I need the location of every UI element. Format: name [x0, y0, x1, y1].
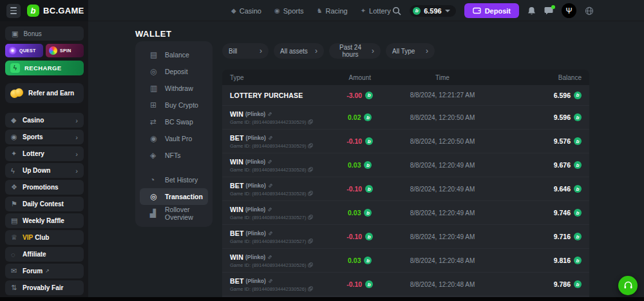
link-icon[interactable]	[267, 207, 272, 212]
hamburger-menu-icon[interactable]	[6, 4, 21, 18]
chevron-right-icon	[426, 46, 428, 55]
link-icon[interactable]	[267, 255, 272, 260]
filter-dropdown[interactable]: Past 24 hours	[329, 43, 381, 59]
wallet-nav-item[interactable]: ◎ Transaction	[140, 188, 208, 205]
table-body: LOTTERY PURCHASE -3.00	[222, 85, 589, 301]
game-id: Game ID: (8914408934442330529)	[230, 119, 306, 125]
wallet-nav-item[interactable]: ◉ Vault Pro	[140, 130, 208, 147]
wallet-nav-item[interactable]: ◎ Deposit	[140, 63, 208, 80]
copy-icon[interactable]	[308, 238, 313, 244]
wallet-nav-item[interactable]: ⊞ Buy Crypto	[140, 97, 208, 113]
refer-and-earn-card[interactable]: Refer and Earn	[5, 83, 84, 103]
sidebar-item[interactable]: ✦ Lottery ↗	[5, 146, 84, 161]
wallet-nav-label: Deposit	[165, 68, 188, 75]
bell-icon[interactable]	[527, 6, 536, 15]
support-button[interactable]	[618, 276, 638, 295]
avatar[interactable]: Ψ	[562, 3, 576, 18]
sidebar-item-label-accent: VIP	[23, 234, 33, 241]
notification-dot	[551, 5, 555, 9]
link-icon[interactable]	[268, 183, 273, 188]
transaction-time: 8/8/2024, 12:20:49 AM	[388, 186, 498, 193]
transaction-game: (Plinko)	[246, 278, 266, 284]
filter-dropdown[interactable]: Bill	[222, 43, 269, 59]
top-nav-item[interactable]: ◉ Sports	[274, 7, 304, 15]
bonus-button[interactable]: ▣ Bonus	[5, 26, 84, 41]
sidebar-nav: ◆ Casino ↗ ◉ Sports ↗ ✦ Lottery ↗	[5, 113, 84, 295]
wallet-nav-label: Withdraw	[165, 84, 193, 92]
quest-target-icon	[8, 46, 17, 55]
filter-dropdown[interactable]: All Type	[386, 43, 435, 59]
copy-icon[interactable]	[308, 286, 313, 291]
wallet-nav-item[interactable]: ◔ Bet History	[140, 171, 208, 188]
link-icon[interactable]	[268, 135, 273, 141]
top-nav-item[interactable]: ◆ Casino	[231, 7, 261, 15]
wallet-nav-panel: ▤ Balance ◎ Deposit ▥ Withdraw ⊞ Buy Cry…	[135, 41, 213, 227]
transaction-amount: 0.03	[348, 209, 361, 217]
link-icon[interactable]	[267, 112, 272, 117]
search-icon[interactable]	[392, 6, 401, 15]
wallet-nav-item[interactable]: ▟ Rollover Overview	[140, 205, 208, 222]
transaction-amount: -0.10	[346, 280, 362, 288]
transaction-game: (Plinko)	[245, 254, 265, 260]
top-nav-item[interactable]: ✦ Lottery	[361, 7, 391, 15]
topbar-actions: 6.596 Deposit Ψ	[392, 0, 594, 21]
sidebar-item[interactable]: ✉ Forum ↗	[5, 264, 84, 278]
copy-icon[interactable]	[308, 262, 313, 267]
link-icon[interactable]	[267, 159, 272, 164]
game-id: Game ID: (8914408934442330527)	[230, 215, 306, 220]
chevron-down-icon	[445, 10, 450, 12]
chevron-right-icon	[372, 46, 374, 55]
filter-bar: Bill All assets Past 24 hours All Type	[222, 43, 435, 59]
copy-icon[interactable]	[308, 215, 313, 220]
copy-icon[interactable]	[308, 119, 313, 124]
globe-icon[interactable]	[585, 6, 594, 15]
transactions-table: Type Amount Time Balance LOTTERY PURCHAS…	[222, 70, 589, 301]
topbar-main: ◆ Casino ◉ Sports ♞ Racing ✦ Lottery	[88, 0, 644, 21]
wallet-nav-item[interactable]: ◈ NFTs	[140, 147, 208, 164]
game-id: Game ID: (8914408934442330526)	[230, 262, 306, 268]
sidebar-item[interactable]: ⚑ Daily Contest ↗	[5, 197, 84, 211]
link-icon[interactable]	[268, 231, 273, 236]
sidebar-item[interactable]: ϟ Up Down ↗	[5, 163, 84, 178]
filter-dropdown[interactable]: All assets	[274, 43, 324, 59]
sidebar-item[interactable]: ◉ Sports ↗	[5, 130, 84, 144]
quest-button[interactable]: QUEST	[5, 44, 43, 57]
recharge-button[interactable]: ϟ RECHARGE	[5, 61, 84, 75]
sidebar-item[interactable]: ❖ Promotions ↗	[5, 180, 84, 195]
table-row: BET (Plinko) Game ID: (89144089344423305…	[222, 272, 589, 296]
transaction-time: 8/8/2024, 12:20:48 AM	[388, 257, 498, 264]
sidebar-item-label: Weekly Raffle	[23, 217, 64, 224]
sidebar-item[interactable]: ◆ Casino ↗	[5, 113, 84, 128]
wallet-nav-label: Balance	[165, 51, 189, 59]
deposit-button[interactable]: Deposit	[464, 3, 519, 18]
sidebar-item-label: Sports	[23, 133, 43, 141]
wallet-nav-item[interactable]: ▤ Balance	[140, 46, 208, 63]
transaction-balance: 9.596	[554, 113, 571, 121]
transaction-game: (Plinko)	[245, 159, 265, 165]
sidebar-item[interactable]: ◌ Affiliate ↗	[5, 247, 84, 262]
top-nav-item[interactable]: ♞ Racing	[316, 7, 347, 15]
sidebar-item[interactable]: ♕ VIP Club ↗	[5, 230, 84, 245]
sidebar-item[interactable]: ▤ Weekly Raffle ↗	[5, 213, 84, 228]
copy-icon[interactable]	[308, 143, 313, 148]
spin-button[interactable]: SPIN	[46, 44, 84, 57]
transaction-balance: 9.646	[554, 185, 571, 193]
sidebar-item-label: Daily Contest	[23, 200, 64, 208]
transaction-type: BET	[230, 277, 244, 285]
wallet-nav-item[interactable]: ▥ Withdraw	[140, 80, 208, 97]
sports-icon: ◉	[11, 133, 23, 141]
wallet-nav-item[interactable]: ⇄ BC Swap	[140, 113, 208, 130]
copy-icon[interactable]	[308, 167, 313, 172]
balance-selector[interactable]: 6.596	[410, 5, 456, 17]
table-row: BET (Plinko) Game ID: (89144089344423305…	[222, 177, 589, 200]
transaction-time: 8/8/2024, 12:20:48 AM	[388, 281, 498, 288]
chat-icon[interactable]	[544, 6, 553, 15]
top-nav-label: Sports	[283, 7, 304, 15]
sidebar-item[interactable]: ⇅ Provably Fair ↗	[5, 280, 84, 295]
link-icon[interactable]	[268, 278, 273, 284]
copy-icon[interactable]	[308, 191, 313, 196]
wallet-nav-label: BC Swap	[165, 118, 193, 126]
logo[interactable]: BC.GAME	[27, 5, 84, 17]
transaction-balance: 9.576	[554, 137, 571, 145]
sidebar-item-label: Provably Fair	[23, 284, 63, 291]
